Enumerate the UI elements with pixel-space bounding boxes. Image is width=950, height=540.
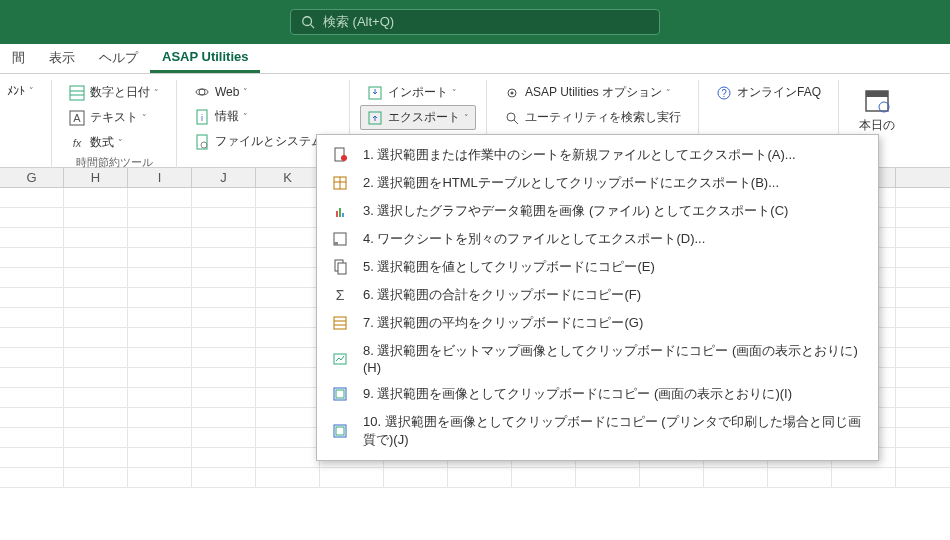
svg-point-27 [341, 155, 347, 161]
svg-rect-31 [336, 211, 338, 217]
chevron-down-icon: ˅ [452, 88, 457, 98]
col-header[interactable]: K [256, 168, 320, 187]
menu-export-html-clipboard[interactable]: 2. 選択範囲をHTMLテーブルとしてクリップボードにエクスポート(B)... [317, 169, 878, 197]
options-button[interactable]: ASAP Utilities オプション˅ [497, 80, 688, 105]
svg-text:?: ? [721, 88, 727, 99]
svg-text:A: A [73, 112, 81, 124]
tab-help[interactable]: ヘルプ [87, 43, 150, 73]
menu-export-chart-image[interactable]: 3. 選択したグラフやデータ範囲を画像 (ファイル) としてエクスポート(C) [317, 197, 878, 225]
chevron-down-icon: ˅ [464, 113, 469, 123]
chevron-down-icon: ˅ [29, 86, 34, 96]
ribbon-partial-btn[interactable]: ﾒﾝﾄ˅ [0, 80, 41, 102]
menu-copy-image-print[interactable]: 10. 選択範囲を画像としてクリップボードにコピー (プリンタで印刷した場合と同… [317, 408, 878, 454]
file-info-icon: i [194, 109, 210, 125]
menu-export-new-file[interactable]: 1. 選択範囲または作業中のシートを新規ファイルとしてエクスポート(A)... [317, 141, 878, 169]
chevron-down-icon: ˅ [243, 87, 248, 97]
menu-copy-image-screen[interactable]: 9. 選択範囲を画像としてクリップボードにコピー (画面の表示とおりに)(I) [317, 380, 878, 408]
chevron-down-icon: ˅ [142, 113, 147, 123]
ribbon-tabs: 間 表示 ヘルプ ASAP Utilities [0, 44, 950, 74]
worksheet-split-icon [331, 230, 349, 248]
numbers-icon [69, 85, 85, 101]
titlebar: 検索 (Alt+Q) [0, 0, 950, 44]
search-box[interactable]: 検索 (Alt+Q) [290, 9, 660, 35]
web-button[interactable]: Web˅ [187, 80, 339, 104]
text-icon: A [69, 110, 85, 126]
svg-point-16 [511, 91, 514, 94]
svg-text:i: i [201, 113, 203, 123]
file-export-icon [331, 146, 349, 164]
gear-icon [504, 85, 520, 101]
menu-copy-average[interactable]: 7. 選択範囲の平均をクリップボードにコピー(G) [317, 309, 878, 337]
export-icon [367, 110, 383, 126]
col-header[interactable]: J [192, 168, 256, 187]
today-button[interactable]: 本日の [849, 80, 905, 140]
help-icon: ? [716, 85, 732, 101]
ribbon-group-left-partial: ﾒﾝﾄ˅ [0, 80, 52, 168]
tab-view[interactable]: 表示 [37, 43, 87, 73]
formula-icon: fx [69, 135, 85, 151]
svg-rect-37 [338, 263, 346, 274]
menu-copy-values[interactable]: 5. 選択範囲を値としてクリップボードにコピー(E) [317, 253, 878, 281]
svg-text:Σ: Σ [336, 287, 345, 303]
col-header[interactable]: G [0, 168, 64, 187]
menu-copy-sum[interactable]: Σ 6. 選択範囲の合計をクリップボードにコピー(F) [317, 281, 878, 309]
info-button[interactable]: i 情報˅ [187, 104, 339, 129]
svg-text:fx: fx [73, 137, 82, 149]
import-icon [367, 85, 383, 101]
search-utility-button[interactable]: ユーティリティを検索し実行 [497, 105, 688, 130]
svg-rect-32 [339, 208, 341, 217]
svg-point-17 [507, 113, 515, 121]
calendar-icon [863, 86, 891, 114]
html-table-icon [331, 174, 349, 192]
tab-partial[interactable]: 間 [0, 43, 37, 73]
svg-point-8 [196, 89, 208, 95]
link-icon [194, 84, 210, 100]
sum-icon: Σ [331, 286, 349, 304]
import-button[interactable]: インポート˅ [360, 80, 476, 105]
menu-copy-bitmap[interactable]: 8. 選択範囲をビットマップ画像としてクリップボードにコピー (画面の表示とおり… [317, 337, 878, 380]
svg-rect-44 [336, 390, 344, 398]
svg-rect-39 [334, 317, 346, 329]
svg-line-1 [311, 25, 315, 29]
search-placeholder: 検索 (Alt+Q) [323, 13, 394, 31]
numbers-date-button[interactable]: 数字と日付˅ [62, 80, 166, 105]
col-header[interactable]: I [128, 168, 192, 187]
chevron-down-icon: ˅ [666, 88, 671, 98]
svg-point-12 [201, 142, 207, 148]
ribbon-group-tools: 数字と日付˅ A テキスト˅ fx 数式˅ 時間節約ツール [52, 80, 177, 168]
chevron-down-icon: ˅ [154, 88, 159, 98]
svg-rect-2 [70, 86, 84, 100]
export-button[interactable]: エクスポート˅ [360, 105, 476, 130]
svg-rect-35 [334, 242, 338, 245]
svg-line-18 [514, 120, 518, 124]
svg-rect-46 [336, 427, 344, 435]
export-dropdown-menu: 1. 選択範囲または作業中のシートを新規ファイルとしてエクスポート(A)... … [316, 134, 879, 461]
svg-rect-24 [866, 91, 888, 97]
chevron-down-icon: ˅ [118, 138, 123, 148]
col-header[interactable]: H [64, 168, 128, 187]
svg-point-0 [303, 17, 312, 26]
bitmap-icon [331, 350, 349, 368]
tab-asap-utilities[interactable]: ASAP Utilities [150, 43, 260, 73]
file-gear-icon [194, 134, 210, 150]
menu-export-worksheets-files[interactable]: 4. ワークシートを別々のファイルとしてエクスポート(D)... [317, 225, 878, 253]
formula-button[interactable]: fx 数式˅ [62, 130, 166, 155]
text-button[interactable]: A テキスト˅ [62, 105, 166, 130]
copy-values-icon [331, 258, 349, 276]
chart-image-icon [331, 202, 349, 220]
search-icon [504, 110, 520, 126]
svg-rect-33 [342, 213, 344, 217]
faq-button[interactable]: ? オンラインFAQ [709, 80, 828, 105]
average-icon [331, 314, 349, 332]
image-screen-icon [331, 385, 349, 403]
chevron-down-icon: ˅ [243, 112, 248, 122]
image-print-icon [331, 422, 349, 440]
search-icon [301, 15, 315, 29]
